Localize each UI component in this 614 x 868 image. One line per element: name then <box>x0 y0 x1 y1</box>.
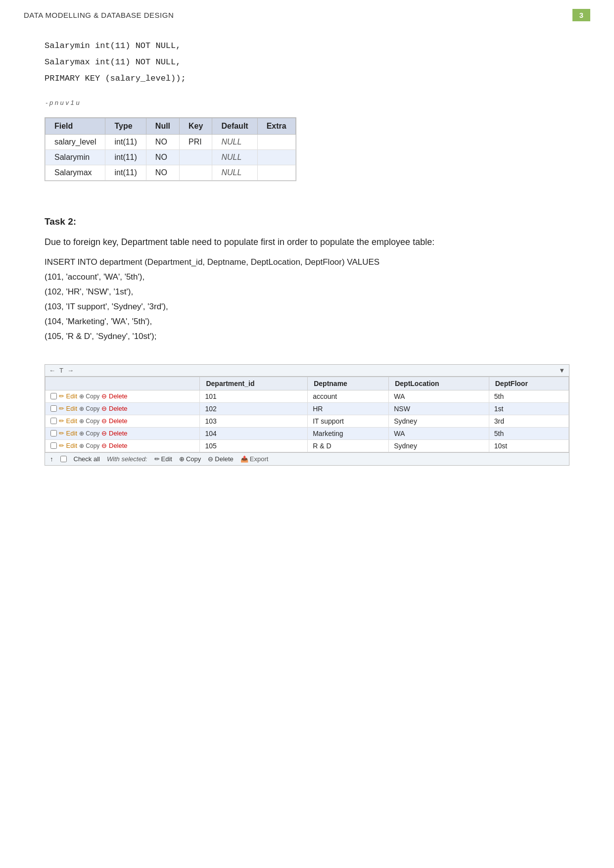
dept-cell-location: Sydney <box>389 439 489 452</box>
salary-cell <box>180 165 212 181</box>
with-selected-label: With selected: <box>107 455 147 463</box>
check-all-checkbox[interactable] <box>60 456 67 462</box>
dept-cell-floor: 5th <box>489 427 568 439</box>
salary-cell <box>180 150 212 165</box>
nav-pipe: T <box>59 367 63 374</box>
dept-cell-name: R & D <box>308 439 389 452</box>
edit-btn[interactable]: ✏ Edit <box>59 392 77 400</box>
delete-btn[interactable]: ⊖ Delete <box>101 442 127 449</box>
col-extra: Extra <box>257 118 295 135</box>
delete-btn[interactable]: ⊖ Delete <box>101 430 127 437</box>
content-area: Salarymin int(11) NOT NULL, Salarymax in… <box>0 26 614 489</box>
salary-cell: NO <box>146 150 179 165</box>
insert-value-line: (103, 'IT support', 'Sydney', '3rd'), <box>45 302 569 312</box>
nav-right[interactable]: → <box>67 367 74 374</box>
task2-body: Due to foreign key, Department table nee… <box>45 235 569 249</box>
dept-cell-name: account <box>308 390 389 402</box>
table-row: ✏ Edit ⊕ Copy ⊖ Delete 103IT supportSydn… <box>46 415 569 427</box>
salary-cell <box>257 165 295 181</box>
row-checkbox[interactable] <box>50 442 57 449</box>
dept-cell-location: WA <box>389 427 489 439</box>
col-key: Key <box>180 118 212 135</box>
row-actions: ✏ Edit ⊕ Copy ⊖ Delete <box>46 390 200 402</box>
dept-cell-name: IT support <box>308 415 389 427</box>
task2-title: Task 2: <box>45 216 569 227</box>
footer-edit-icon: ✏ <box>154 455 160 463</box>
row-checkbox[interactable] <box>50 393 57 399</box>
dept-cell-floor: 1st <box>489 402 568 415</box>
footer-edit-label[interactable]: Edit <box>161 455 172 463</box>
dept-cell-location: NSW <box>389 402 489 415</box>
table-row: ✏ Edit ⊕ Copy ⊖ Delete 101accountWA5th <box>46 390 569 402</box>
salarymax-line: Salarymax int(11) NOT NULL, <box>45 57 569 67</box>
col-default: Default <box>212 118 257 135</box>
dept-cell-id: 105 <box>200 439 308 452</box>
insert-value-line: (104, 'Marketing', 'WA', '5th'), <box>45 317 569 327</box>
salary-cell: NULL <box>212 165 257 181</box>
pma-toolbar: ← T → ▼ <box>45 365 569 377</box>
dept-cell-floor: 10st <box>489 439 568 452</box>
row-checkbox[interactable] <box>50 418 57 424</box>
insert-value-line: (101, 'account', 'WA', '5th'), <box>45 272 569 282</box>
footer-export-btn[interactable]: 📤 Export <box>240 455 269 463</box>
footer-export-icon: 📤 <box>240 455 248 463</box>
nav-left[interactable]: ← <box>49 367 55 374</box>
insert-value-line: (105, 'R & D', 'Sydney', '10st'); <box>45 332 569 341</box>
dept-cell-id: 101 <box>200 390 308 402</box>
dept-cell-id: 103 <box>200 415 308 427</box>
row-actions: ✏ Edit ⊕ Copy ⊖ Delete <box>46 427 200 439</box>
insert-sql-line: INSERT INTO department (Department_id, D… <box>45 257 569 267</box>
copy-btn[interactable]: ⊕ Copy <box>79 430 99 437</box>
copy-btn[interactable]: ⊕ Copy <box>79 405 99 412</box>
edit-btn[interactable]: ✏ Edit <box>59 430 77 437</box>
copy-btn[interactable]: ⊕ Copy <box>79 393 99 400</box>
dept-cell-id: 104 <box>200 427 308 439</box>
footer-delete-btn[interactable]: ⊖ Delete <box>208 455 234 463</box>
footer-up-arrow[interactable]: ↑ <box>50 455 53 463</box>
salary-cell: int(11) <box>105 135 146 150</box>
col-deptlocation[interactable]: DeptLocation <box>389 377 489 390</box>
dept-cell-name: Marketing <box>308 427 389 439</box>
delete-btn[interactable]: ⊖ Delete <box>101 392 127 400</box>
col-field: Field <box>46 118 105 135</box>
salary-cell: Salarymin <box>46 150 105 165</box>
filter-icon[interactable]: ▼ <box>559 367 565 374</box>
edit-btn[interactable]: ✏ Edit <box>59 417 77 425</box>
col-actions-header <box>46 377 200 390</box>
col-null: Null <box>146 118 179 135</box>
edit-btn[interactable]: ✏ Edit <box>59 405 77 412</box>
delete-btn[interactable]: ⊖ Delete <box>101 405 127 412</box>
salary-table-label: - p n u v 1 u <box>45 99 569 106</box>
dept-cell-location: WA <box>389 390 489 402</box>
page-number: 3 <box>572 9 590 21</box>
row-checkbox[interactable] <box>50 405 57 412</box>
salary-cell: PRI <box>180 135 212 150</box>
footer-copy-btn[interactable]: ⊕ Copy <box>179 455 201 463</box>
table-row: ✏ Edit ⊕ Copy ⊖ Delete 105R & DSydney10s… <box>46 439 569 452</box>
dept-table-wrapper: ← T → ▼ Department_id Deptname DeptLocat… <box>45 364 569 466</box>
dept-cell-floor: 3rd <box>489 415 568 427</box>
row-actions: ✏ Edit ⊕ Copy ⊖ Delete <box>46 439 200 452</box>
row-checkbox[interactable] <box>50 430 57 436</box>
table-row: ✏ Edit ⊕ Copy ⊖ Delete 102HRNSW1st <box>46 402 569 415</box>
salary-cell: NULL <box>212 135 257 150</box>
col-dept-id[interactable]: Department_id <box>200 377 308 390</box>
salary-table: Field Type Null Key Default Extra salary… <box>45 118 296 181</box>
col-deptfloor[interactable]: DeptFloor <box>489 377 568 390</box>
footer-export-label[interactable]: Export <box>250 455 269 463</box>
footer-delete-label[interactable]: Delete <box>215 455 234 463</box>
insert-value-line: (102, 'HR', 'NSW', '1st'), <box>45 287 569 297</box>
footer-copy-label[interactable]: Copy <box>186 455 201 463</box>
page-title: DATA MODELLING & DATABASE DESIGN <box>24 11 174 19</box>
col-deptname[interactable]: Deptname <box>308 377 389 390</box>
delete-btn[interactable]: ⊖ Delete <box>101 417 127 425</box>
check-all-btn[interactable]: Check all <box>74 455 100 463</box>
edit-btn[interactable]: ✏ Edit <box>59 442 77 449</box>
salary-cell <box>257 150 295 165</box>
salary-cell: NO <box>146 135 179 150</box>
footer-copy-icon: ⊕ <box>179 455 185 463</box>
copy-btn[interactable]: ⊕ Copy <box>79 442 99 449</box>
dept-cell-location: Sydney <box>389 415 489 427</box>
footer-edit-btn[interactable]: ✏ Edit <box>154 455 172 463</box>
copy-btn[interactable]: ⊕ Copy <box>79 418 99 425</box>
